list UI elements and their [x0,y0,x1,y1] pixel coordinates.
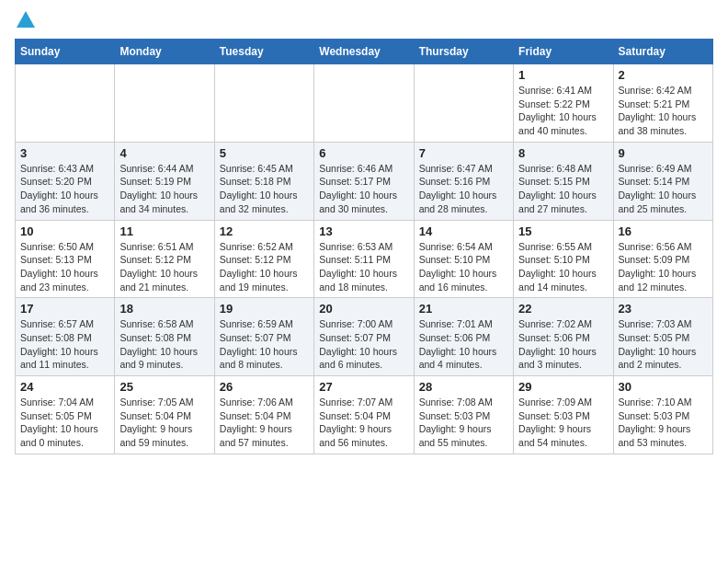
day-info: Sunrise: 6:53 AM Sunset: 5:11 PM Dayligh… [319,240,408,294]
weekday-header-wednesday: Wednesday [314,40,414,64]
weekday-header-saturday: Saturday [613,40,712,64]
day-number: 21 [419,302,508,316]
day-info: Sunrise: 7:07 AM Sunset: 5:04 PM Dayligh… [319,396,408,450]
calendar-cell: 2Sunrise: 6:42 AM Sunset: 5:21 PM Daylig… [613,64,712,143]
weekday-header-friday: Friday [514,40,613,64]
day-info: Sunrise: 6:46 AM Sunset: 5:17 PM Dayligh… [319,162,408,216]
calendar-cell: 30Sunrise: 7:10 AM Sunset: 5:03 PM Dayli… [613,376,712,454]
day-info: Sunrise: 7:10 AM Sunset: 5:03 PM Dayligh… [619,396,708,450]
day-info: Sunrise: 6:49 AM Sunset: 5:14 PM Dayligh… [619,162,708,216]
day-number: 17 [20,302,109,316]
calendar-cell [16,64,115,143]
day-info: Sunrise: 7:08 AM Sunset: 5:03 PM Dayligh… [419,396,508,450]
day-info: Sunrise: 6:41 AM Sunset: 5:22 PM Dayligh… [518,84,608,138]
page-header [15,15,713,28]
day-number: 28 [419,380,508,394]
calendar-cell [214,64,313,143]
weekday-header-monday: Monday [115,40,214,64]
day-number: 16 [619,224,708,238]
calendar-cell: 5Sunrise: 6:45 AM Sunset: 5:18 PM Daylig… [214,142,313,220]
calendar-cell: 9Sunrise: 6:49 AM Sunset: 5:14 PM Daylig… [613,142,712,220]
day-info: Sunrise: 6:50 AM Sunset: 5:13 PM Dayligh… [20,240,109,294]
calendar-cell: 28Sunrise: 7:08 AM Sunset: 5:03 PM Dayli… [414,376,513,454]
day-info: Sunrise: 7:02 AM Sunset: 5:06 PM Dayligh… [518,317,608,372]
day-number: 6 [319,146,408,160]
logo-triangle-icon [17,11,35,28]
calendar-cell: 19Sunrise: 6:59 AM Sunset: 5:07 PM Dayli… [214,298,313,376]
calendar-cell [414,64,513,143]
day-number: 29 [518,380,608,394]
calendar-cell: 17Sunrise: 6:57 AM Sunset: 5:08 PM Dayli… [16,298,115,376]
calendar-cell: 1Sunrise: 6:41 AM Sunset: 5:22 PM Daylig… [514,64,613,143]
calendar-cell: 23Sunrise: 7:03 AM Sunset: 5:05 PM Dayli… [613,298,712,376]
day-number: 25 [119,380,209,394]
day-number: 18 [119,302,209,316]
day-number: 11 [119,224,209,238]
day-number: 4 [119,146,209,160]
calendar-week-2: 3Sunrise: 6:43 AM Sunset: 5:20 PM Daylig… [16,142,713,220]
day-number: 24 [20,380,109,394]
calendar-cell: 26Sunrise: 7:06 AM Sunset: 5:04 PM Dayli… [214,376,313,454]
calendar-cell: 14Sunrise: 6:54 AM Sunset: 5:10 PM Dayli… [414,220,513,298]
day-number: 15 [518,224,608,238]
day-info: Sunrise: 7:09 AM Sunset: 5:03 PM Dayligh… [518,396,608,450]
day-number: 13 [319,224,408,238]
calendar-cell: 20Sunrise: 7:00 AM Sunset: 5:07 PM Dayli… [314,298,414,376]
day-info: Sunrise: 6:51 AM Sunset: 5:12 PM Dayligh… [119,240,209,294]
logo [15,15,35,28]
calendar-table: SundayMondayTuesdayWednesdayThursdayFrid… [15,39,713,454]
day-number: 2 [619,68,708,82]
weekday-header-sunday: Sunday [16,40,115,64]
calendar-cell: 13Sunrise: 6:53 AM Sunset: 5:11 PM Dayli… [314,220,414,298]
day-info: Sunrise: 6:48 AM Sunset: 5:15 PM Dayligh… [518,162,608,216]
day-number: 8 [518,146,608,160]
calendar-cell: 11Sunrise: 6:51 AM Sunset: 5:12 PM Dayli… [115,220,214,298]
day-number: 30 [619,380,708,394]
calendar-cell: 25Sunrise: 7:05 AM Sunset: 5:04 PM Dayli… [115,376,214,454]
day-info: Sunrise: 6:43 AM Sunset: 5:20 PM Dayligh… [20,162,109,216]
calendar-cell: 6Sunrise: 6:46 AM Sunset: 5:17 PM Daylig… [314,142,414,220]
weekday-header-thursday: Thursday [414,40,513,64]
day-info: Sunrise: 6:58 AM Sunset: 5:08 PM Dayligh… [119,317,209,372]
day-number: 22 [518,302,608,316]
day-info: Sunrise: 7:03 AM Sunset: 5:05 PM Dayligh… [619,317,708,372]
day-info: Sunrise: 6:59 AM Sunset: 5:07 PM Dayligh… [220,317,309,372]
day-number: 9 [619,146,708,160]
calendar-cell: 27Sunrise: 7:07 AM Sunset: 5:04 PM Dayli… [314,376,414,454]
calendar-cell [314,64,414,143]
day-info: Sunrise: 6:57 AM Sunset: 5:08 PM Dayligh… [20,317,109,372]
day-info: Sunrise: 7:00 AM Sunset: 5:07 PM Dayligh… [319,317,408,372]
calendar-cell: 12Sunrise: 6:52 AM Sunset: 5:12 PM Dayli… [214,220,313,298]
calendar-cell: 8Sunrise: 6:48 AM Sunset: 5:15 PM Daylig… [514,142,613,220]
day-info: Sunrise: 7:05 AM Sunset: 5:04 PM Dayligh… [119,396,209,450]
day-number: 7 [419,146,508,160]
calendar-week-1: 1Sunrise: 6:41 AM Sunset: 5:22 PM Daylig… [16,64,713,143]
calendar-cell: 3Sunrise: 6:43 AM Sunset: 5:20 PM Daylig… [16,142,115,220]
day-number: 19 [220,302,309,316]
calendar-cell: 22Sunrise: 7:02 AM Sunset: 5:06 PM Dayli… [514,298,613,376]
calendar-cell: 24Sunrise: 7:04 AM Sunset: 5:05 PM Dayli… [16,376,115,454]
calendar-cell: 29Sunrise: 7:09 AM Sunset: 5:03 PM Dayli… [514,376,613,454]
day-number: 27 [319,380,408,394]
weekday-header-tuesday: Tuesday [214,40,313,64]
calendar-cell: 4Sunrise: 6:44 AM Sunset: 5:19 PM Daylig… [115,142,214,220]
day-info: Sunrise: 6:47 AM Sunset: 5:16 PM Dayligh… [419,162,508,216]
calendar-cell: 15Sunrise: 6:55 AM Sunset: 5:10 PM Dayli… [514,220,613,298]
calendar-header-row: SundayMondayTuesdayWednesdayThursdayFrid… [16,40,713,64]
day-info: Sunrise: 6:56 AM Sunset: 5:09 PM Dayligh… [619,240,708,294]
day-info: Sunrise: 7:04 AM Sunset: 5:05 PM Dayligh… [20,396,109,450]
day-number: 14 [419,224,508,238]
day-info: Sunrise: 6:42 AM Sunset: 5:21 PM Dayligh… [619,84,708,138]
calendar-cell [115,64,214,143]
calendar-week-3: 10Sunrise: 6:50 AM Sunset: 5:13 PM Dayli… [16,220,713,298]
calendar-cell: 16Sunrise: 6:56 AM Sunset: 5:09 PM Dayli… [613,220,712,298]
day-info: Sunrise: 6:55 AM Sunset: 5:10 PM Dayligh… [518,240,608,294]
day-number: 12 [220,224,309,238]
calendar-cell: 21Sunrise: 7:01 AM Sunset: 5:06 PM Dayli… [414,298,513,376]
day-number: 3 [20,146,109,160]
calendar-cell: 7Sunrise: 6:47 AM Sunset: 5:16 PM Daylig… [414,142,513,220]
day-number: 1 [518,68,608,82]
day-number: 5 [220,146,309,160]
calendar-week-4: 17Sunrise: 6:57 AM Sunset: 5:08 PM Dayli… [16,298,713,376]
day-number: 26 [220,380,309,394]
